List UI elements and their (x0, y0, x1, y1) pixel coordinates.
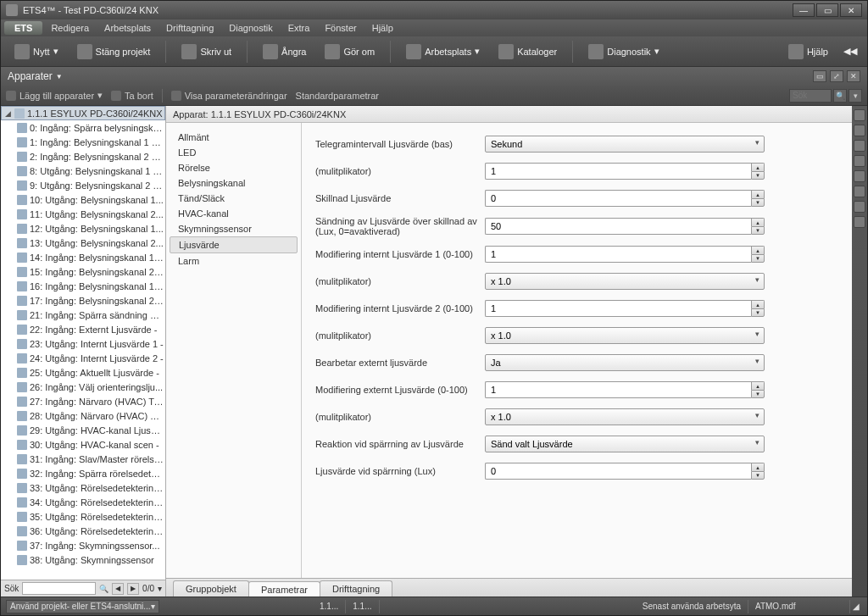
tab-gruppobjekt[interactable]: Gruppobjekt (173, 580, 249, 597)
tree-item[interactable]: 36: Utgång: Rörelsedetektering... (1, 524, 165, 538)
tree-item[interactable]: 25: Utgång: Aktuellt Ljusvärde - (1, 365, 165, 380)
spin-up[interactable]: ▲ (751, 381, 765, 390)
redo-button[interactable]: Gör om (318, 41, 381, 63)
sidebar-info-icon[interactable] (854, 109, 865, 121)
tree-item[interactable]: 27: Ingång: Närvaro (HVAC) Till... (1, 394, 165, 408)
form-select-8[interactable]: Ja (485, 354, 765, 371)
param-nav-led[interactable]: LED (170, 145, 298, 160)
menu-redigera[interactable]: Redigera (44, 21, 96, 35)
status-recent-workspace[interactable]: Senast använda arbetsyta (636, 600, 748, 613)
tree-item[interactable]: 10: Utgång: Belysningskanal 1... (1, 192, 165, 207)
tree-item[interactable]: 30: Utgång: HVAC-kanal scen - (1, 437, 165, 452)
spin-up[interactable]: ▲ (751, 463, 765, 471)
tree-item[interactable]: 16: Ingång: Belysningskanal 1 a... (1, 279, 165, 293)
sidebar-undo-icon[interactable] (854, 216, 865, 228)
menu-ets[interactable]: ETS (4, 21, 42, 35)
tree-item[interactable]: 34: Utgång: Rörelsedetektering... (1, 495, 165, 509)
tree-item[interactable]: 2: Ingång: Belysningskanal 2 m... (1, 149, 165, 164)
sub-search-input[interactable] (789, 89, 832, 103)
param-nav-tndslck[interactable]: Tänd/Släck (170, 191, 298, 206)
tree-item[interactable]: 15: Ingång: Belysningskanal 2 T... (1, 264, 165, 279)
sidebar-help-icon[interactable] (854, 186, 865, 197)
spin-down[interactable]: ▼ (751, 254, 765, 263)
connection-dropdown[interactable]: Använd projekt- eller ETS4-anslutni... ▾ (6, 600, 159, 613)
sidebar-search-icon[interactable] (854, 140, 865, 152)
form-input-6[interactable] (485, 300, 751, 317)
form-select-0[interactable]: Sekund (485, 136, 765, 153)
undo-button[interactable]: Ångra (256, 41, 313, 63)
default-params-button[interactable]: Standardparametrar (296, 91, 379, 101)
tree-item[interactable]: 1: Ingång: Belysningskanal 1 m... (1, 135, 165, 149)
tree-item[interactable]: 8: Utgång: Belysningskanal 1 T... (1, 164, 165, 178)
spin-up[interactable]: ▲ (751, 163, 765, 171)
form-input-4[interactable] (485, 246, 751, 263)
param-nav-larm[interactable]: Larm (170, 253, 298, 269)
sidebar-list-icon[interactable] (854, 170, 865, 182)
minimize-button[interactable]: — (793, 3, 815, 17)
menu-hjälp[interactable]: Hjälp (365, 21, 400, 35)
panel-expand-icon[interactable]: ⤢ (830, 70, 843, 82)
tree-item[interactable]: 13: Utgång: Belysningskanal 2... (1, 236, 165, 250)
form-input-1[interactable] (485, 163, 751, 180)
close-project-button[interactable]: Stäng projekt (70, 41, 158, 63)
menu-fönster[interactable]: Fönster (318, 21, 363, 35)
spin-down[interactable]: ▼ (751, 471, 765, 480)
tree-item[interactable]: 11: Utgång: Belysningskanal 2... (1, 207, 165, 221)
spin-down[interactable]: ▼ (751, 226, 765, 235)
show-param-changes-button[interactable]: Visa parameterändringar (171, 91, 287, 101)
tree-item[interactable]: 0: Ingång: Spärra belysningska... (1, 120, 165, 135)
menu-drifttagning[interactable]: Drifttagning (159, 21, 220, 35)
panel-title[interactable]: Apparater (8, 70, 53, 82)
menu-arbetsplats[interactable]: Arbetsplats (97, 21, 158, 35)
param-nav-hvackanal[interactable]: HVAC-kanal (170, 206, 298, 221)
form-input-12[interactable] (485, 463, 751, 480)
tree-item[interactable]: 9: Utgång: Belysningskanal 2 T... (1, 178, 165, 192)
tree-item[interactable]: 23: Utgång: Internt Ljusvärde 1 - (1, 336, 165, 351)
tree-item[interactable]: 21: Ingång: Spärra sändning av... (1, 308, 165, 322)
menu-diagnostik[interactable]: Diagnostik (222, 21, 279, 35)
tree-search-next[interactable]: ▶ (127, 583, 139, 595)
tree-item[interactable]: 31: Ingång: Slav/Master rörelse - (1, 452, 165, 466)
close-button[interactable]: ✕ (840, 3, 862, 17)
tree-item[interactable]: 17: Ingång: Belysningskanal 2 a... (1, 293, 165, 308)
search-icon[interactable]: 🔍 (833, 89, 847, 103)
collapse-icon[interactable]: ◢ (3, 109, 12, 118)
tree-item[interactable]: 26: Ingång: Välj orienteringslju... (1, 380, 165, 394)
sidebar-notes-icon[interactable] (854, 155, 865, 167)
form-select-5[interactable]: x 1.0 (485, 273, 765, 290)
form-select-11[interactable]: Sänd valt Ljusvärde (485, 436, 765, 452)
sidebar-pending-icon[interactable] (854, 201, 865, 213)
delete-button[interactable]: Ta bort (111, 91, 153, 101)
panel-close-icon[interactable]: ✕ (847, 70, 860, 82)
spin-up[interactable]: ▲ (751, 300, 765, 308)
spin-up[interactable]: ▲ (751, 218, 765, 226)
tree-item[interactable]: 32: Ingång: Spärra rörelsedetek... (1, 466, 165, 480)
tree-item[interactable]: 37: Ingång: Skymningssensor... (1, 538, 165, 552)
menu-extra[interactable]: Extra (281, 21, 317, 35)
add-devices-button[interactable]: Lägg till apparater ▾ (6, 90, 103, 101)
form-input-3[interactable] (485, 218, 751, 235)
tree-item[interactable]: 38: Utgång: Skymningssensor (1, 552, 165, 567)
collapse-right-icon[interactable]: ◀◀ (840, 46, 860, 57)
form-select-10[interactable]: x 1.0 (485, 408, 765, 425)
param-nav-rrelse[interactable]: Rörelse (170, 160, 298, 175)
tree-search-prev[interactable]: ◀ (112, 583, 124, 595)
tree-item[interactable]: 29: Utgång: HVAC-kanal Ljusvä... (1, 423, 165, 437)
catalogs-button[interactable]: Kataloger (492, 41, 564, 63)
form-input-9[interactable] (485, 381, 751, 398)
tree-item[interactable]: 28: Utgång: Närvaro (HVAC) Till... (1, 408, 165, 423)
diagnostics-button[interactable]: Diagnostik ▾ (581, 41, 665, 63)
help-button[interactable]: Hjälp (782, 41, 835, 63)
tree-item[interactable]: 24: Utgång: Internt Ljusvärde 2 - (1, 351, 165, 365)
param-nav-allmnt[interactable]: Allmänt (170, 130, 298, 145)
print-button[interactable]: Skriv ut (175, 41, 238, 63)
tab-drifttagning[interactable]: Drifttagning (320, 580, 392, 597)
form-select-7[interactable]: x 1.0 (485, 327, 765, 344)
param-nav-ljusvrde[interactable]: Ljusvärde (170, 236, 298, 253)
spin-down[interactable]: ▼ (751, 390, 765, 398)
search-dropdown-icon[interactable]: ▾ (849, 89, 862, 103)
form-input-2[interactable] (485, 190, 751, 207)
device-tree[interactable]: ◢1.1.1 ESYLUX PD-C360i/24KNX0: Ingång: S… (1, 106, 165, 580)
spin-up[interactable]: ▲ (751, 246, 765, 254)
workspace-button[interactable]: Arbetsplats ▾ (399, 41, 487, 63)
